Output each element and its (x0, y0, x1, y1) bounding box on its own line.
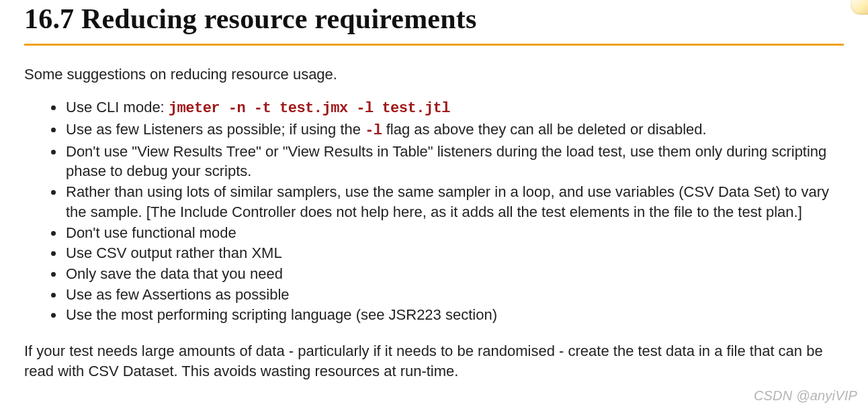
list-item: Use as few Assertions as possible (64, 285, 844, 305)
list-item: Don't use functional mode (64, 223, 844, 243)
watermark: CSDN @anyiVIP (754, 387, 857, 405)
list-item: Only save the data that you need (64, 264, 844, 284)
list-item: Don't use "View Results Tree" or "View R… (64, 142, 844, 181)
list-item-text: Use as few Listeners as possible; if usi… (66, 121, 365, 138)
code-snippet: -l (365, 122, 382, 139)
corner-decoration (851, 0, 868, 15)
code-snippet: jmeter -n -t test.jmx -l test.jtl (169, 100, 450, 117)
intro-paragraph: Some suggestions on reducing resource us… (24, 64, 844, 85)
closing-paragraph: If your test needs large amounts of data… (24, 341, 844, 381)
list-item: Use CSV output rather than XML (64, 243, 844, 263)
suggestions-list: Use CLI mode: jmeter -n -t test.jmx -l t… (24, 97, 844, 325)
list-item-text: Use CLI mode: (66, 99, 169, 116)
section-heading: 16.7 Reducing resource requirements (24, 0, 844, 46)
list-item: Use the most performing scripting langua… (64, 305, 844, 325)
list-item: Rather than using lots of similar sample… (64, 182, 844, 222)
list-item: Use as few Listeners as possible; if usi… (64, 120, 844, 141)
list-item-text: flag as above they can all be deleted or… (382, 121, 707, 138)
list-item: Use CLI mode: jmeter -n -t test.jmx -l t… (64, 97, 844, 119)
